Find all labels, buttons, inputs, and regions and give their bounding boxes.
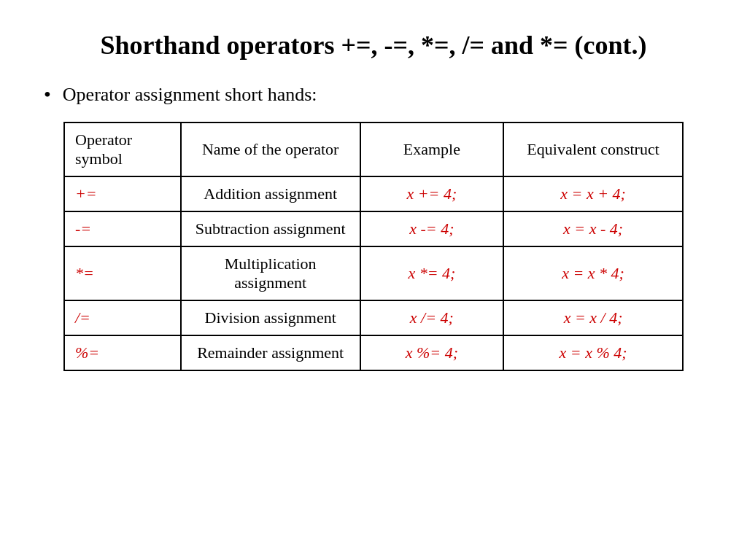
table-row: /=Division assignmentx /= 4;x = x / 4; (64, 300, 683, 335)
cell-symbol: %= (64, 335, 181, 370)
cell-example: x += 4; (360, 176, 504, 211)
table-row: -=Subtraction assignmentx -= 4;x = x - 4… (64, 211, 683, 246)
bullet-icon: • (44, 82, 51, 107)
cell-equiv: x = x - 4; (503, 211, 683, 246)
cell-name: Addition assignment (181, 176, 360, 211)
cell-equiv: x = x * 4; (503, 246, 683, 300)
table-row: %=Remainder assignmentx %= 4;x = x % 4; (64, 335, 683, 370)
col-header-symbol: Operator symbol (64, 122, 181, 176)
cell-symbol: *= (64, 246, 181, 300)
table-row: +=Addition assignmentx += 4;x = x + 4; (64, 176, 683, 211)
cell-example: x %= 4; (360, 335, 504, 370)
cell-example: x -= 4; (360, 211, 504, 246)
cell-name: Subtraction assignment (181, 211, 360, 246)
cell-name: Multiplication assignment (181, 246, 360, 300)
operators-table: Operator symbol Name of the operator Exa… (63, 122, 684, 371)
cell-equiv: x = x + 4; (503, 176, 683, 211)
table-row: *=Multiplication assignmentx *= 4;x = x … (64, 246, 683, 300)
cell-symbol: += (64, 176, 181, 211)
bullet-section: • Operator assignment short hands: (44, 82, 317, 107)
col-header-equiv: Equivalent construct (503, 122, 683, 176)
cell-symbol: -= (64, 211, 181, 246)
cell-name: Division assignment (181, 300, 360, 335)
cell-equiv: x = x / 4; (503, 300, 683, 335)
table-header-row: Operator symbol Name of the operator Exa… (64, 122, 683, 176)
cell-symbol: /= (64, 300, 181, 335)
bullet-text: Operator assignment short hands: (63, 82, 317, 107)
table-wrapper: Operator symbol Name of the operator Exa… (44, 122, 703, 371)
cell-example: x /= 4; (360, 300, 504, 335)
page-title: Shorthand operators +=, -=, *=, /= and *… (44, 29, 703, 62)
cell-equiv: x = x % 4; (503, 335, 683, 370)
col-header-example: Example (360, 122, 504, 176)
cell-name: Remainder assignment (181, 335, 360, 370)
cell-example: x *= 4; (360, 246, 504, 300)
col-header-name: Name of the operator (181, 122, 360, 176)
